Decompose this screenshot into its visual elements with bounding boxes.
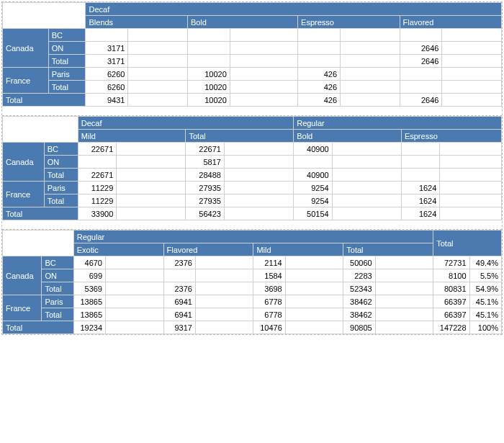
cell: 4670 (73, 256, 105, 269)
crosstab-1: Decaf Blends Bold Espresso Flavored Cana… (2, 2, 502, 107)
cell: 28488 (186, 169, 224, 182)
crosstab-2: Decaf Regular Mild Total Bold Espresso C… (2, 116, 502, 220)
cell: 6778 (253, 308, 285, 321)
cell: 10020 (187, 68, 230, 81)
cell (294, 156, 332, 169)
col-regular: Regular (294, 117, 502, 130)
cell: 426 (298, 68, 341, 81)
cell (187, 29, 230, 42)
col-flavored: Flavored (400, 16, 501, 29)
cell: 45.1% (469, 295, 501, 308)
cell: 6778 (253, 295, 285, 308)
cell: 13865 (73, 308, 105, 321)
cell: 38462 (343, 308, 375, 321)
cell: 11229 (78, 194, 116, 207)
cell: 40900 (294, 143, 332, 156)
col-total: Total (343, 243, 433, 256)
row-total: Total (44, 194, 78, 207)
row-grand-total: Total (3, 321, 74, 334)
cell: 2376 (163, 256, 195, 269)
row-bc: BC (44, 143, 78, 156)
cell: 19234 (73, 321, 105, 334)
cell (163, 269, 195, 282)
col-exotic: Exotic (73, 243, 163, 256)
row-france: France (3, 295, 42, 321)
cell: 54.9% (469, 282, 501, 295)
cell: 22671 (78, 169, 116, 182)
col-mild: Mild (253, 243, 343, 256)
cell: 10020 (187, 94, 230, 107)
cell: 1584 (253, 269, 285, 282)
cell: 9254 (294, 182, 332, 194)
cell: 5817 (186, 156, 224, 169)
cell (187, 42, 230, 55)
row-grand-total: Total (3, 94, 86, 107)
cell: 33900 (78, 207, 116, 220)
row-total: Total (42, 308, 73, 321)
cell: 3698 (253, 282, 285, 295)
crosstab-3: Regular Total Exotic Flavored Mild Total… (2, 230, 502, 334)
cell (401, 156, 439, 169)
cell: 56423 (186, 207, 224, 220)
cell (401, 143, 439, 156)
cell: 38462 (343, 295, 375, 308)
cell: 3171 (86, 55, 128, 68)
cell: 66397 (433, 308, 469, 321)
row-total: Total (42, 282, 73, 295)
cell: 8100 (433, 269, 469, 282)
row-total: Total (44, 169, 78, 182)
cell: 699 (73, 269, 105, 282)
cell (78, 156, 116, 169)
col-espresso: Espresso (401, 130, 501, 143)
cell: 80831 (433, 282, 469, 295)
col-decaf: Decaf (78, 117, 293, 130)
row-canada: Canada (3, 29, 49, 68)
col-total: Total (186, 130, 294, 143)
cell: 1624 (401, 207, 439, 220)
cell: 13865 (73, 295, 105, 308)
row-paris: Paris (48, 68, 86, 81)
row-canada: Canada (3, 143, 45, 182)
cell: 2114 (253, 256, 285, 269)
cell (187, 55, 230, 68)
cell: 27935 (186, 194, 224, 207)
cell: 2646 (400, 55, 442, 68)
row-paris: Paris (42, 295, 73, 308)
cell (298, 55, 341, 68)
cell: 50060 (343, 256, 375, 269)
row-bc: BC (42, 256, 73, 269)
cell: 147228 (433, 321, 469, 334)
cell: 3171 (86, 42, 128, 55)
cell: 6260 (86, 68, 128, 81)
cell: 5.5% (469, 269, 501, 282)
col-decaf: Decaf (86, 3, 502, 16)
cell: 22671 (186, 143, 224, 156)
cell: 50154 (294, 207, 332, 220)
row-bc: BC (48, 29, 86, 42)
cell (400, 81, 442, 94)
col-flavored: Flavored (163, 243, 253, 256)
cell: 72731 (433, 256, 469, 269)
cell: 426 (298, 81, 341, 94)
cell (401, 169, 439, 182)
cell: 5369 (73, 282, 105, 295)
cell (400, 29, 442, 42)
row-total: Total (48, 81, 86, 94)
cell: 9317 (163, 321, 195, 334)
cell: 1624 (401, 182, 439, 194)
cell: 2376 (163, 282, 195, 295)
cell: 49.4% (469, 256, 501, 269)
cell (298, 42, 341, 55)
col-bold: Bold (294, 130, 402, 143)
row-paris: Paris (44, 182, 78, 194)
cell: 9254 (294, 194, 332, 207)
row-on: ON (44, 156, 78, 169)
cell (298, 29, 341, 42)
cell: 10020 (187, 81, 230, 94)
row-on: ON (48, 42, 86, 55)
row-total: Total (48, 55, 86, 68)
cell: 66397 (433, 295, 469, 308)
row-france: France (3, 182, 45, 207)
col-blends: Blends (86, 16, 187, 29)
cell: 6941 (163, 295, 195, 308)
